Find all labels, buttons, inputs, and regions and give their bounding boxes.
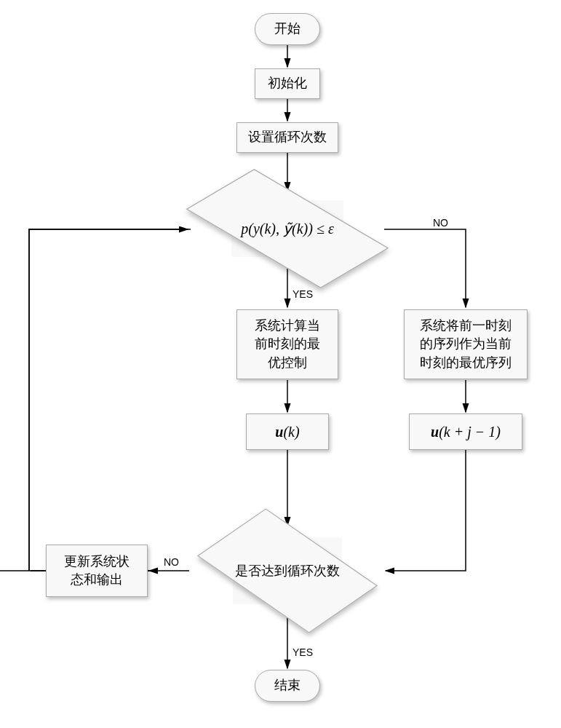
end-terminator: 结束 xyxy=(255,670,320,702)
start-label: 开始 xyxy=(274,20,301,38)
yes1-label: YES xyxy=(293,288,313,300)
update-state-label: 更新系统状 态和输出 xyxy=(64,553,130,589)
decision-loop-label: 是否达到循环次数 xyxy=(222,537,353,604)
compute-optimal-label: 系统计算当 前时刻的最 优控制 xyxy=(255,317,320,372)
compute-optimal-process: 系统计算当 前时刻的最 优控制 xyxy=(236,309,338,379)
decision-threshold: p(y(k), ỹ(k)) ≤ ε xyxy=(231,200,343,257)
end-label: 结束 xyxy=(274,676,301,695)
init-label: 初始化 xyxy=(268,74,307,92)
use-previous-label: 系统将前一时刻 的序列作为当前 时刻的最优序列 xyxy=(420,317,512,372)
uk-label: u(k) xyxy=(275,422,299,442)
uk-process: u(k) xyxy=(246,414,329,450)
no2-label: NO xyxy=(164,556,179,568)
yes2-label: YES xyxy=(293,646,313,658)
no1-label: NO xyxy=(433,217,448,229)
ukj-process: u(k + j − 1) xyxy=(409,414,522,450)
ukj-label: u(k + j − 1) xyxy=(431,422,501,442)
decision-loop: 是否达到循环次数 xyxy=(233,537,342,604)
start-terminator: 开始 xyxy=(255,13,320,45)
use-previous-process: 系统将前一时刻 的序列作为当前 时刻的最优序列 xyxy=(404,309,528,379)
set-loop-process: 设置循环次数 xyxy=(236,122,338,153)
decision-threshold-label: p(y(k), ỹ(k)) ≤ ε xyxy=(209,200,366,257)
init-process: 初始化 xyxy=(255,68,320,99)
set-loop-label: 设置循环次数 xyxy=(248,128,327,146)
update-state-process: 更新系统状 态和输出 xyxy=(46,545,148,597)
